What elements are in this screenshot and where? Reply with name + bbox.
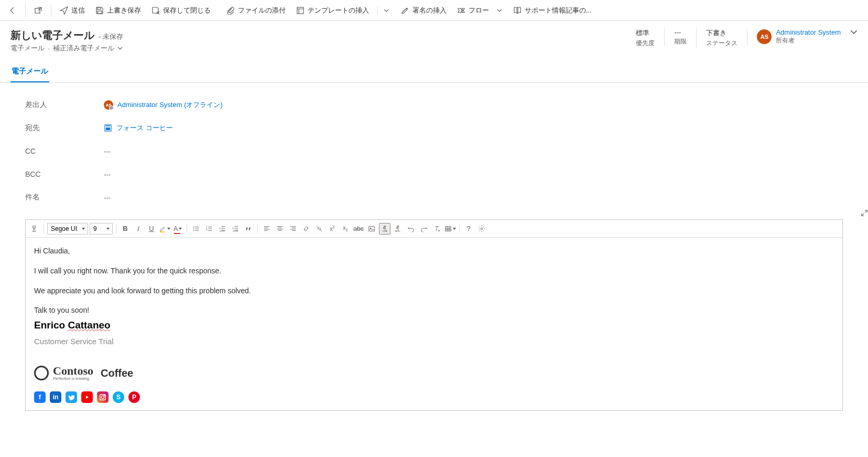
instagram-icon[interactable] xyxy=(97,391,108,403)
font-family-select[interactable]: Segoe UI xyxy=(47,223,88,235)
signature-title: Customer Service Trial xyxy=(34,335,834,348)
subscript-button[interactable]: x2 xyxy=(340,223,351,235)
priority-field[interactable]: 標準 優先度 xyxy=(636,28,655,48)
svg-rect-12 xyxy=(369,226,375,231)
save-icon xyxy=(95,6,104,15)
signature-logo: Contoso Perfection is brewing. Coffee xyxy=(34,364,834,382)
font-color-button[interactable]: A xyxy=(172,223,183,235)
kb-button[interactable]: サポート情報記事の... xyxy=(509,2,596,19)
superscript-button[interactable]: x2 xyxy=(327,223,338,235)
outdent-button[interactable] xyxy=(216,223,228,235)
save-close-icon xyxy=(151,6,160,15)
linkedin-icon[interactable]: in xyxy=(50,391,61,403)
signature-icon xyxy=(401,6,409,15)
chevron-down-icon xyxy=(117,45,123,52)
subject-value[interactable]: --- xyxy=(104,194,111,201)
signature-name: Enrico Cattaneo xyxy=(34,317,834,334)
svg-rect-0 xyxy=(35,8,40,13)
header-expand-button[interactable] xyxy=(850,28,858,36)
redo-button[interactable] xyxy=(418,223,430,235)
youtube-icon[interactable] xyxy=(81,391,93,403)
template-label: テンプレートの挿入 xyxy=(308,6,369,15)
tab-bar: 電子メール xyxy=(0,53,868,83)
back-button[interactable] xyxy=(4,2,21,19)
cc-value[interactable]: --- xyxy=(104,147,111,155)
subject-label: 件名 xyxy=(25,193,104,202)
pinterest-icon[interactable]: P xyxy=(128,391,140,403)
breadcrumb[interactable]: 電子メール · 補正済み電子メール xyxy=(10,44,123,53)
to-name: フォース コーヒー xyxy=(116,123,173,133)
table-button[interactable] xyxy=(444,223,456,235)
insert-image-button[interactable] xyxy=(366,223,377,235)
template-button[interactable]: テンプレートの挿入 xyxy=(292,2,373,19)
unlink-button[interactable] xyxy=(313,223,325,235)
undo-button[interactable] xyxy=(405,223,417,235)
to-row: 宛先 フォース コーヒー xyxy=(25,116,843,140)
page-title: 新しい電子メール xyxy=(10,29,94,41)
align-left-button[interactable] xyxy=(261,223,273,235)
save-close-label: 保存して閉じる xyxy=(163,6,211,15)
signature-button[interactable]: 署名の挿入 xyxy=(397,2,451,19)
bcc-value[interactable]: --- xyxy=(104,171,111,178)
due-field[interactable]: --- 期限 xyxy=(664,28,687,46)
flow-button[interactable]: フロー xyxy=(453,2,493,19)
font-size-select[interactable]: 9 xyxy=(90,223,113,235)
bold-button[interactable]: B xyxy=(120,223,131,235)
format-painter-button[interactable] xyxy=(29,223,40,235)
send-icon xyxy=(60,6,68,15)
link-button[interactable] xyxy=(300,223,312,235)
expand-editor-button[interactable] xyxy=(861,209,868,218)
clear-format-button[interactable] xyxy=(431,223,443,235)
align-right-button[interactable] xyxy=(287,223,299,235)
template-dropdown[interactable] xyxy=(382,2,390,19)
bcc-row: BCC --- xyxy=(25,163,843,186)
italic-button[interactable]: I xyxy=(133,223,144,235)
to-label: 宛先 xyxy=(25,123,104,133)
separator xyxy=(377,6,378,15)
twitter-icon[interactable] xyxy=(66,391,77,403)
save-status: - 未保存 xyxy=(99,33,123,40)
tab-email[interactable]: 電子メール xyxy=(10,62,49,82)
align-center-button[interactable] xyxy=(274,223,286,235)
facebook-icon[interactable]: f xyxy=(34,391,46,403)
highlight-button[interactable] xyxy=(159,223,170,235)
due-label: 期限 xyxy=(674,37,687,46)
svg-point-6 xyxy=(193,226,194,227)
svg-rect-1 xyxy=(97,7,101,9)
flow-dropdown[interactable] xyxy=(495,2,504,19)
priority-label: 優先度 xyxy=(636,39,655,48)
bullet-list-button[interactable] xyxy=(190,223,202,235)
strikethrough-button[interactable]: abc xyxy=(353,223,364,235)
popout-button[interactable] xyxy=(30,2,47,19)
skype-icon[interactable]: S xyxy=(113,391,124,403)
editor-body[interactable]: Hi Claudia, I will call you right now. T… xyxy=(26,238,842,410)
from-value[interactable]: AS Administrator System (オフライン) xyxy=(104,100,223,110)
rtl-button[interactable] xyxy=(392,223,404,235)
send-button[interactable]: 送信 xyxy=(56,2,89,19)
status-field[interactable]: 下書き ステータス xyxy=(696,28,737,48)
brand-coffee: Coffee xyxy=(101,364,133,382)
blockquote-button[interactable] xyxy=(243,223,254,235)
to-value[interactable]: フォース コーヒー xyxy=(104,123,173,133)
send-label: 送信 xyxy=(71,6,85,15)
popout-icon xyxy=(34,6,42,15)
save-button[interactable]: 上書き保存 xyxy=(91,2,145,19)
attach-button[interactable]: ファイルの添付 xyxy=(222,2,290,19)
owner-label: 所有者 xyxy=(776,36,841,45)
help-button[interactable]: ? xyxy=(463,223,474,235)
body-p3: Talk to you soon! xyxy=(34,304,834,317)
svg-rect-14 xyxy=(446,226,451,231)
body-p2: We appreciate you and look forward to ge… xyxy=(34,285,834,297)
settings-button[interactable] xyxy=(476,223,487,235)
owner-field[interactable]: AS Administrator System 所有者 xyxy=(747,28,841,45)
rich-text-editor: Segoe UI 9 B I U A 123 x2 x2 abc ? Hi C xyxy=(25,219,843,411)
save-close-button[interactable]: 保存して閉じる xyxy=(147,2,215,19)
separator xyxy=(44,224,44,233)
separator xyxy=(459,224,460,233)
number-list-button[interactable]: 123 xyxy=(203,223,215,235)
ltr-button[interactable] xyxy=(379,223,390,235)
form-name: 補正済み電子メール xyxy=(53,44,114,53)
indent-button[interactable] xyxy=(230,223,241,235)
underline-button[interactable]: U xyxy=(146,223,157,235)
svg-rect-5 xyxy=(106,127,110,130)
